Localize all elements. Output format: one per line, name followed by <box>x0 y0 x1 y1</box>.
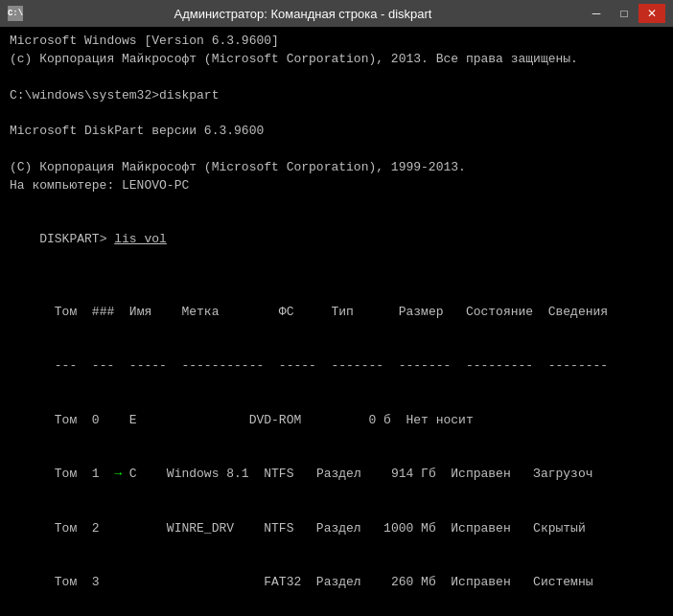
titlebar: C:\ Администратор: Командная строка - di… <box>0 0 673 27</box>
table-sep-line: --- --- ----- ----------- ----- ------- … <box>10 339 663 394</box>
minimize-button[interactable]: ─ <box>583 4 610 23</box>
win-version-line: Microsoft Windows [Version 6.3.9600] <box>10 33 663 51</box>
tom1-row: Том 1 → C Windows 8.1 NTFS Раздел 914 Гб… <box>10 447 663 502</box>
copyright-line: (c) Корпорация Майкрософт (Microsoft Cor… <box>10 51 663 69</box>
tom4-row: Том 4 PBR_DRV NTFS Раздел 14 Гб Исправен… <box>10 610 663 616</box>
close-button[interactable]: ✕ <box>638 4 665 23</box>
terminal-window[interactable]: Microsoft Windows [Version 6.3.9600] (c)… <box>0 27 673 616</box>
computer-line: На компьютере: LENOVO-PC <box>10 177 663 195</box>
table-header-line: Том ### Имя Метка ФС Тип Размер Состояни… <box>10 285 663 340</box>
cmd-lisvol-line: DISKPART> lis vol <box>10 213 663 267</box>
tom0-row: Том 0 E DVD-ROM 0 б Нет носит <box>10 394 663 448</box>
blank-4 <box>10 195 663 214</box>
diskpart-version-line: Microsoft DiskPart версии 6.3.9600 <box>10 123 663 141</box>
maximize-button[interactable]: □ <box>611 4 638 23</box>
prompt-diskpart: C:\windows\system32>diskpart <box>10 87 663 105</box>
window-title: Администратор: Командная строка - diskpa… <box>23 7 583 21</box>
blank-5 <box>10 267 663 285</box>
tom3-row: Том 3 FAT32 Раздел 260 Мб Исправен Систе… <box>10 556 663 610</box>
copyright2-line: (C) Корпорация Майкрософт (Microsoft Cor… <box>10 159 663 177</box>
window-controls: ─ □ ✕ <box>583 4 665 23</box>
blank-1 <box>10 69 663 87</box>
terminal-icon: C:\ <box>8 6 23 21</box>
arrow-icon: → <box>114 467 122 481</box>
tom2-row: Том 2 WINRE_DRV NTFS Раздел 1000 Мб Испр… <box>10 502 663 557</box>
blank-3 <box>10 141 663 159</box>
blank-2 <box>10 104 663 123</box>
